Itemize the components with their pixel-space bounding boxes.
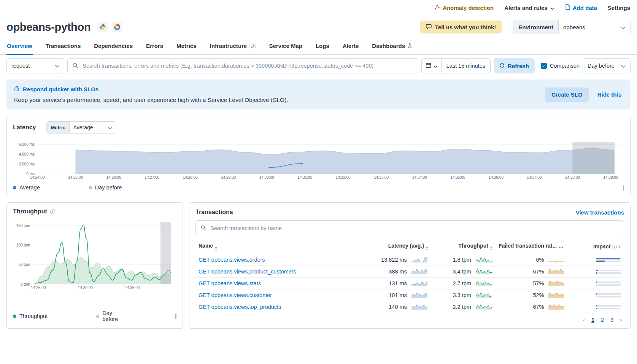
transaction-name-link[interactable]: GET opbeans.views.orders bbox=[199, 257, 265, 263]
transaction-name-link[interactable]: GET opbeans.views.customer bbox=[199, 292, 272, 298]
comparison-label: Comparison bbox=[550, 63, 580, 69]
calendar-icon bbox=[426, 62, 431, 69]
anomaly-detection-button[interactable]: Anomaly detection bbox=[434, 4, 494, 11]
comparison-checkbox[interactable]: ✓ bbox=[541, 63, 547, 69]
transaction-row: GET opbeans.views.orders13,822 ms1.8 tpm… bbox=[195, 254, 624, 266]
environment-label: Environment bbox=[513, 20, 559, 34]
metric-select[interactable]: Average bbox=[70, 122, 116, 133]
sort-icon bbox=[565, 246, 567, 250]
svg-text:14:39:00: 14:39:00 bbox=[603, 175, 618, 180]
query-search-input[interactable] bbox=[82, 62, 413, 69]
failed-rate-value: 0% bbox=[536, 257, 544, 263]
legend-item-day-before[interactable]: Day before bbox=[96, 310, 127, 322]
column-header-throughput[interactable]: Throughput bbox=[431, 239, 496, 254]
python-agent-icon bbox=[97, 22, 108, 32]
tab-label: Logs bbox=[316, 43, 329, 49]
time-range-button[interactable]: Last 15 minutes bbox=[442, 59, 490, 73]
column-header-failed-transaction-rat[interactable]: Failed transaction rat... i bbox=[496, 239, 569, 254]
settings-button[interactable]: Settings bbox=[608, 5, 630, 11]
service-header: opbeans-python Tell us what you think! E… bbox=[0, 15, 637, 37]
failed-rate-value: 52% bbox=[533, 292, 544, 298]
transactions-search-input[interactable] bbox=[210, 225, 619, 232]
slo-banner-link[interactable]: Respond quicker with SLOs bbox=[14, 86, 545, 92]
chart-scroll-handle[interactable] bbox=[175, 313, 176, 319]
view-transactions-link[interactable]: View transactions bbox=[576, 209, 624, 216]
transactions-table-header: NameLatency (avg.)ThroughputFailed trans… bbox=[195, 239, 624, 254]
legend-dot bbox=[96, 315, 99, 318]
chevron-down-icon bbox=[621, 24, 626, 30]
pagination: ‹123› bbox=[195, 313, 624, 325]
chart-scroll-handle[interactable] bbox=[623, 185, 624, 191]
svg-text:14:35:00: 14:35:00 bbox=[125, 286, 140, 290]
legend-item-average[interactable]: Average bbox=[13, 184, 40, 191]
sort-icon bbox=[426, 246, 428, 250]
sparkline bbox=[411, 280, 428, 287]
pagination-next[interactable]: › bbox=[620, 317, 622, 323]
global-topbar: Anomaly detection Alerts and rules Add d… bbox=[0, 0, 637, 15]
query-language-select[interactable]: request bbox=[6, 58, 64, 73]
tab-dashboards[interactable]: Dashboards bbox=[372, 37, 412, 54]
svg-text:14:34:00: 14:34:00 bbox=[412, 175, 427, 180]
transaction-name-link[interactable]: GET opbeans.views.product_customers bbox=[199, 269, 296, 275]
chevron-down-icon bbox=[108, 124, 112, 130]
beaker-icon bbox=[408, 43, 412, 49]
tab-transactions[interactable]: Transactions bbox=[45, 37, 81, 54]
svg-text:0 tpm: 0 tpm bbox=[21, 282, 30, 286]
sparkline bbox=[475, 280, 492, 287]
column-header-name[interactable]: Name bbox=[195, 239, 354, 254]
svg-text:14:26:00: 14:26:00 bbox=[106, 175, 121, 180]
comparison-select[interactable]: Day before bbox=[583, 58, 631, 73]
throughput-value: 2.2 tpm bbox=[453, 304, 471, 310]
svg-text:14:35:00: 14:35:00 bbox=[450, 175, 465, 180]
date-picker-quick-select[interactable] bbox=[422, 59, 442, 73]
tab-alerts[interactable]: Alerts bbox=[342, 37, 359, 54]
tab-label: Service Map bbox=[269, 43, 302, 49]
failed-rate-value: 67% bbox=[533, 304, 544, 310]
throughput-panel-title: Throughput bbox=[13, 208, 47, 215]
legend-item-throughput[interactable]: Throughput bbox=[13, 313, 48, 319]
tab-metrics[interactable]: Metrics bbox=[176, 37, 197, 54]
svg-text:100 tpm: 100 tpm bbox=[16, 243, 30, 247]
tab-label: Errors bbox=[146, 43, 163, 49]
latency-chart[interactable]: 0 ms2,000 ms4,000 ms6,000 ms14:24:0014:2… bbox=[13, 140, 624, 180]
legend-dot bbox=[13, 186, 16, 189]
hide-this-link[interactable]: Hide this bbox=[597, 91, 621, 98]
tab-logs[interactable]: Logs bbox=[315, 37, 330, 54]
column-header-latency-avg[interactable]: Latency (avg.) bbox=[354, 239, 431, 254]
feedback-button[interactable]: Tell us what you think! bbox=[420, 21, 502, 33]
latency-value: 131 ms bbox=[389, 280, 407, 286]
tab-overview[interactable]: Overview bbox=[6, 37, 33, 54]
tab-infrastructure[interactable]: Infrastructureβ bbox=[210, 37, 256, 54]
throughput-value: 2.7 tpm bbox=[453, 280, 471, 286]
throughput-value: 3.4 tpm bbox=[453, 269, 471, 275]
tab-dependencies[interactable]: Dependencies bbox=[94, 37, 133, 54]
pagination-page-2[interactable]: 2 bbox=[601, 317, 604, 323]
filter-bar: request Last 15 minutes Refresh ✓ Compar… bbox=[0, 55, 637, 77]
transaction-name-link[interactable]: GET opbeans.views.stats bbox=[199, 280, 261, 286]
pagination-page-3[interactable]: 3 bbox=[610, 317, 613, 323]
latency-legend: AverageDay before bbox=[13, 184, 624, 193]
info-icon: i bbox=[558, 244, 563, 249]
pagination-prev[interactable]: ‹ bbox=[583, 317, 585, 323]
sparkline bbox=[475, 256, 492, 263]
tab-service-map[interactable]: Service Map bbox=[268, 37, 303, 54]
environment-select[interactable]: opbeans bbox=[559, 20, 630, 34]
sparkline bbox=[475, 304, 492, 310]
refresh-button[interactable]: Refresh bbox=[494, 58, 535, 73]
lock-icon bbox=[14, 86, 19, 92]
sparkline bbox=[411, 256, 428, 263]
search-icon bbox=[72, 62, 78, 70]
svg-text:14:25:00: 14:25:00 bbox=[68, 175, 83, 180]
add-data-button[interactable]: Add data bbox=[565, 4, 597, 11]
tab-errors[interactable]: Errors bbox=[146, 37, 164, 54]
svg-text:6,000 ms: 6,000 ms bbox=[19, 142, 35, 146]
legend-item-day-before[interactable]: Day before bbox=[89, 184, 122, 191]
throughput-value: 3.3 tpm bbox=[453, 292, 471, 298]
transaction-name-link[interactable]: GET opbeans.views.top_products bbox=[199, 304, 281, 310]
create-slo-button[interactable]: Create SLO bbox=[545, 87, 589, 102]
throughput-chart[interactable]: 0 tpm50 tpm100 tpm150 tpm14:25:0014:30:0… bbox=[13, 219, 176, 290]
column-header-impact[interactable]: Impact i↓ bbox=[568, 239, 624, 254]
alerts-and-rules-button[interactable]: Alerts and rules bbox=[504, 5, 554, 11]
svg-text:14:29:00: 14:29:00 bbox=[221, 175, 236, 180]
pagination-page-1[interactable]: 1 bbox=[591, 317, 594, 323]
